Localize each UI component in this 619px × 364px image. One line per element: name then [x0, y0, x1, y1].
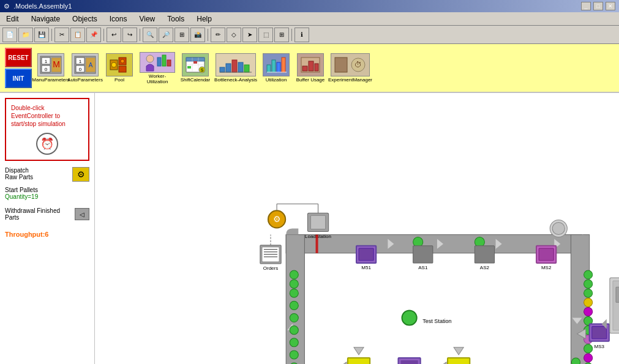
pool-button[interactable]: Pool [104, 53, 135, 83]
init-button[interactable]: INIT [5, 69, 32, 88]
svg-point-100 [290, 280, 298, 288]
svg-text:MS3: MS3 [595, 344, 605, 349]
svg-text:⚙: ⚙ [273, 214, 281, 224]
open-button[interactable]: 📁 [18, 28, 33, 42]
dispatch-icon[interactable]: ⚙ [72, 167, 89, 182]
svg-rect-16 [119, 66, 126, 72]
svg-point-18 [121, 59, 124, 63]
main-toolbar: RESET INIT 1 0 M ManuParameters 1 [0, 44, 619, 93]
cut-button[interactable]: ✂ [54, 28, 69, 42]
experiment-manager-button[interactable]: ⏱ ExperimentManager [329, 53, 371, 83]
svg-point-152 [571, 358, 580, 364]
arrow-button[interactable]: ➤ [242, 28, 257, 42]
menu-icons[interactable]: Icons [106, 13, 131, 24]
start-pallets-section: Start Pallets Quantity=19 [5, 187, 89, 200]
shift-calendar-button[interactable]: S ShiftCalendar [180, 53, 211, 83]
withdrawal-section: Withdrawal Finished Parts ◁ [5, 207, 89, 221]
event-controller-box: Double-click EventController to start/st… [5, 98, 89, 161]
clock-icon[interactable]: ⏰ [36, 133, 58, 155]
svg-rect-130 [448, 358, 470, 364]
svg-rect-45 [309, 61, 313, 71]
reset-button[interactable]: RESET [5, 48, 32, 67]
shape-button[interactable]: ◇ [227, 28, 241, 42]
menu-edit[interactable]: Edit [2, 13, 23, 24]
svg-text:A: A [89, 62, 93, 69]
connect-button[interactable]: ⬚ [258, 28, 273, 42]
svg-rect-47 [335, 58, 347, 72]
svg-point-91 [584, 298, 593, 306]
svg-rect-35 [238, 62, 243, 72]
toolbar-separator-2 [103, 29, 104, 41]
svg-rect-29 [193, 61, 197, 64]
menu-help[interactable]: Help [193, 13, 216, 24]
svg-text:0: 0 [79, 67, 82, 72]
toolbar-separator-5 [291, 29, 292, 41]
menu-navigate[interactable]: Navigate [28, 13, 64, 24]
menu-tools[interactable]: Tools [163, 13, 188, 24]
maximize-button[interactable]: □ [593, 2, 603, 10]
svg-rect-86 [539, 248, 553, 261]
paste-button[interactable]: 📌 [86, 28, 101, 42]
bottleneck-analysis-button[interactable]: Bottleneck-Analysis [214, 53, 257, 83]
redo-button[interactable]: ↪ [122, 28, 137, 42]
toolbar-separator-3 [140, 29, 140, 41]
menu-bar: Edit Navigate Objects Icons View Tools H… [0, 12, 619, 26]
svg-point-96 [584, 344, 593, 353]
screenshot-button[interactable]: 📸 [190, 28, 205, 42]
svg-rect-32 [220, 67, 225, 72]
svg-point-97 [584, 354, 593, 362]
svg-marker-133 [354, 347, 364, 355]
toolbar-separator-4 [208, 29, 208, 41]
left-panel: Double-click EventController to start/st… [0, 93, 95, 364]
save-button[interactable]: 💾 [34, 28, 49, 42]
menu-view[interactable]: View [135, 13, 159, 24]
svg-point-120 [402, 310, 417, 325]
help-button[interactable]: ℹ [294, 28, 309, 42]
svg-rect-80 [413, 246, 433, 263]
fit-button[interactable]: ⊞ [174, 28, 189, 42]
svg-point-88 [584, 270, 593, 279]
svg-rect-22 [167, 60, 171, 66]
svg-rect-39 [272, 60, 276, 72]
svg-point-101 [290, 289, 298, 297]
close-button[interactable]: ✕ [606, 2, 615, 10]
grid-button[interactable]: ⊞ [274, 28, 289, 42]
buffer-usage-button[interactable]: Buffer Usage [295, 53, 326, 83]
svg-rect-44 [302, 66, 307, 71]
minimize-button[interactable]: _ [581, 2, 591, 10]
svg-rect-116 [616, 287, 619, 302]
svg-rect-20 [157, 58, 161, 66]
draw-button[interactable]: ✏ [211, 28, 225, 42]
svg-text:MS2: MS2 [541, 265, 552, 270]
worker-utilization-button[interactable]: Worker-Utilization [138, 53, 176, 83]
svg-point-89 [584, 280, 593, 288]
copy-button[interactable]: 📋 [70, 28, 85, 42]
title-bar: ⚙ .Models.Assembly1 _ □ ✕ [0, 0, 619, 12]
withdrawal-icon[interactable]: ◁ [75, 208, 89, 220]
svg-point-19 [146, 55, 154, 62]
undo-button[interactable]: ↩ [107, 28, 121, 42]
svg-rect-41 [282, 58, 285, 72]
utilization-button[interactable]: Utilization [261, 53, 291, 83]
svg-point-92 [584, 307, 593, 316]
zoom-out-button[interactable]: 🔎 [159, 28, 173, 42]
canvas-area: LoadStation ⚙ Orders M51 AS1 [95, 93, 619, 364]
svg-point-17 [111, 62, 116, 67]
svg-text:1: 1 [45, 59, 48, 64]
zoom-in-button[interactable]: 🔍 [143, 28, 157, 42]
svg-rect-75 [316, 235, 318, 253]
reset-init-group: RESET INIT [5, 48, 32, 88]
svg-rect-124 [348, 358, 370, 364]
start-pallets-label: Start Pallets [5, 187, 89, 193]
auto-parameters-button[interactable]: 1 0 A AutoParameters [70, 53, 100, 83]
svg-point-90 [584, 289, 593, 297]
simulation-canvas[interactable]: LoadStation ⚙ Orders M51 AS1 [95, 93, 619, 364]
window-title: .Models.Assembly1 [13, 2, 72, 10]
new-button[interactable]: 📄 [2, 28, 17, 42]
manu-parameters-button[interactable]: 1 0 M ManuParameters [36, 53, 66, 83]
svg-point-102 [290, 301, 298, 310]
quantity-label: Quantity=19 [5, 193, 89, 200]
menu-objects[interactable]: Objects [69, 13, 101, 24]
svg-text:1: 1 [79, 59, 82, 64]
svg-point-104 [290, 326, 298, 335]
